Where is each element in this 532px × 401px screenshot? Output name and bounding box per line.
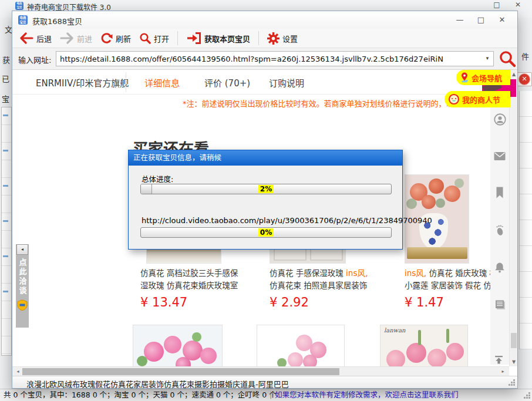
forward-button[interactable]: 前进 <box>60 32 92 44</box>
url-bar: 输入网址: ▾ <box>12 48 517 70</box>
url-combobox[interactable]: ▾ <box>56 51 494 66</box>
dialog-titlebar[interactable]: 正在获取宝贝信息，请稍候 <box>129 150 402 166</box>
scroll-up-arrow[interactable]: ▲ <box>510 70 517 79</box>
app-icon-text: 宝贝 <box>15 6 23 10</box>
page-side-toolbar <box>490 100 509 365</box>
contact-person-icon[interactable] <box>494 113 506 126</box>
refresh-button[interactable]: 刷新 <box>100 32 131 44</box>
festival-mascot-icon <box>448 93 460 105</box>
product-price: ¥ 13.47 <box>140 295 187 309</box>
product-title[interactable]: 仿真花 手感保湿玫瑰 ins风, 仿真花束 拍照道具家居装饰 <box>270 267 387 292</box>
vertical-scrollbar[interactable]: ▲ ▼ <box>509 70 517 366</box>
item-progress-percent: 0% <box>258 228 274 237</box>
window-statusbar: 浪漫北欧风绒布玫瑰假花仿真花家居装饰仿真花束摄影拍摄婚庆道具-阿里巴巴 <box>12 376 517 388</box>
product-price: ¥ 2.92 <box>270 295 309 309</box>
scroll-down-arrow[interactable]: ▼ <box>510 358 517 366</box>
bg-maximize-button[interactable]: □ <box>491 1 503 9</box>
resize-grip[interactable] <box>509 380 515 386</box>
page-title-status: 浪漫北欧风绒布玫瑰假花仿真花家居装饰仿真花束摄影拍摄婚庆道具-阿里巴巴 <box>26 378 289 389</box>
minimize-button[interactable]: — <box>449 12 470 28</box>
app-icon: 电商 宝贝 <box>15 2 23 10</box>
tab-divider <box>126 72 126 92</box>
footprint-icon[interactable] <box>495 224 504 236</box>
app-icon-text: 电商 <box>18 15 28 20</box>
overall-progress-percent: 2% <box>258 185 274 193</box>
toolbar-separator <box>258 31 259 45</box>
maximize-button[interactable]: □ <box>470 12 491 28</box>
merchant-festival-badge[interactable]: 我的商人节 <box>445 91 510 107</box>
bg-right-grid-clipped <box>519 91 532 349</box>
status-separator: | <box>270 389 272 401</box>
scroll-right-arrow[interactable]: ▸ <box>499 367 507 376</box>
back-to-top-icon[interactable] <box>494 355 504 364</box>
overall-progress-label: 总体进度: <box>142 173 173 184</box>
toolbar: 后退 前进 刷新 打开 获取本页宝贝 设置 <box>12 29 517 48</box>
tray <box>407 247 467 259</box>
contact-us-link[interactable]: 如果您对本软件有定制修改需求，欢迎点击这里联系我们 <box>275 389 459 401</box>
toolbar-separator <box>177 31 178 45</box>
horizontal-scrollbar[interactable]: ◂ ▸ <box>12 366 509 376</box>
app-icon-text: 宝贝 <box>18 20 28 25</box>
back-button[interactable]: 后退 <box>19 32 52 44</box>
fetch-progress-dialog: 正在获取宝贝信息，请稍候 总体进度: 2% http://cloud.video… <box>128 150 403 250</box>
window-title: 获取1688宝贝 <box>32 15 82 26</box>
bg-button-clipped[interactable]: 获 <box>2 54 10 65</box>
bg-close-button[interactable]: ✕ <box>512 1 524 9</box>
gear-icon <box>267 32 280 45</box>
bg-statusbar: 共 0 个宝贝，其中：1688 0 个；淘宝 0 个；天猫 0 个；速卖通 0 … <box>0 389 532 401</box>
scroll-left-arrow[interactable]: ◂ <box>14 367 22 376</box>
bg-tab-clipped[interactable]: 已 <box>2 73 9 84</box>
url-input[interactable] <box>56 52 482 66</box>
collapse-chat-button[interactable]: ◂ <box>16 244 28 255</box>
overall-progress-bar: 2% <box>140 184 392 194</box>
window-titlebar[interactable]: 电商 宝贝 获取1688宝贝 — □ ✕ <box>12 11 517 29</box>
tab-reviews[interactable]: 评价 (70+) <box>204 76 250 89</box>
venue-navigation-badge[interactable]: 会场导航 <box>456 70 510 85</box>
news-icon[interactable] <box>494 299 506 310</box>
bell-icon[interactable] <box>494 262 506 274</box>
product-title[interactable]: 仿真花 高档过胶三头手感保 湿玫瑰 仿真花束婚庆玫瑰室 <box>140 267 258 292</box>
mail-icon[interactable] <box>494 151 506 161</box>
settings-button[interactable]: 设置 <box>267 32 298 45</box>
bookmark-icon[interactable] <box>495 187 504 198</box>
vertical-scroll-thumb[interactable] <box>511 333 517 348</box>
go-search-button[interactable] <box>499 50 516 68</box>
item-progress-bar: 0% <box>140 227 392 238</box>
horizontal-scroll-thumb[interactable] <box>22 368 339 375</box>
tab-detail-info[interactable]: 详细信息 <box>144 76 180 89</box>
tab-order-info[interactable]: 订购说明 <box>269 76 304 89</box>
current-item-url: http://cloud.video.taobao.com/play/u/390… <box>142 216 432 225</box>
floating-close-button[interactable]: ✕ <box>517 72 532 86</box>
grab-page-items-button[interactable]: 获取本页宝贝 <box>186 32 250 45</box>
bg-item-list-clipped <box>1 107 12 356</box>
bg-right-text-clipped: 件 <box>521 50 529 62</box>
url-dropdown-icon[interactable]: ▾ <box>482 52 493 66</box>
chat-sidebar[interactable]: ◂ 点此洽谈 <box>16 244 29 328</box>
desktop: { "colors": { "accent_red": "#d9261c", "… <box>0 0 532 401</box>
tab-shop-name[interactable]: ENRMIIV/印米官方旗舰 <box>36 76 129 89</box>
back-arrow-icon <box>19 32 33 44</box>
open-button[interactable]: 打开 <box>139 32 169 44</box>
bg-label-clipped: 宝 <box>2 93 9 104</box>
red-close-icon[interactable]: ✕ <box>518 73 530 85</box>
image-watermark: lanwan <box>384 327 406 333</box>
url-label: 输入网址: <box>18 54 51 65</box>
chat-label[interactable]: 点此洽谈 <box>17 258 28 296</box>
location-pin-icon <box>460 72 469 83</box>
trust-shield-icon <box>17 299 28 311</box>
magnifier-icon <box>139 32 151 44</box>
product-page-tabbar: ENRMIIV/印米官方旗舰 详细信息 评价 (70+) 订购说明 <box>12 70 517 95</box>
forward-arrow-icon <box>60 32 74 44</box>
app-icon: 电商 宝贝 <box>18 15 28 25</box>
refresh-icon <box>100 32 113 44</box>
arrow-into-bracket-icon <box>186 32 201 45</box>
product-price: ¥ 1.47 <box>405 295 444 309</box>
item-counts: 共 0 个宝贝，其中：1688 0 个；淘宝 0 个；天猫 0 个；速卖通 0 … <box>4 389 277 401</box>
close-button[interactable]: ✕ <box>491 12 513 28</box>
resize-grip[interactable] <box>524 393 530 399</box>
